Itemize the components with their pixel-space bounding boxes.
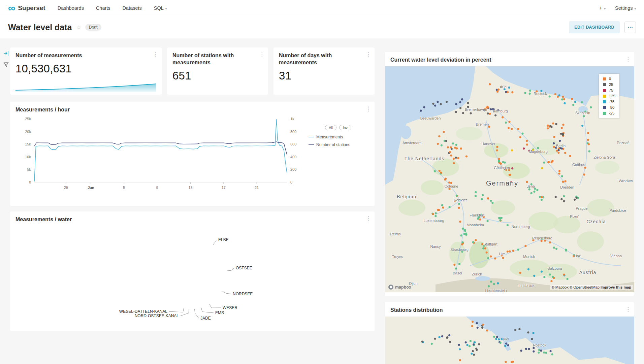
expand-filter-bar-icon[interactable]: [3, 51, 9, 58]
svg-text:0: 0: [290, 180, 292, 184]
legend-button-inv[interactable]: Inv: [339, 125, 351, 130]
svg-text:10k: 10k: [25, 155, 31, 159]
filter-rail: [2, 51, 10, 68]
legend-item[interactable]: Measurements: [309, 135, 368, 139]
favorite-star-icon[interactable]: ☆: [76, 24, 81, 31]
chart-menu-icon[interactable]: ⋮: [259, 51, 265, 58]
big-number-value: 651: [172, 69, 263, 82]
line-chart: 05k10k15k20k25k02004006008001k29Jun59131…: [15, 115, 309, 196]
svg-text:13: 13: [188, 186, 192, 190]
card-title: Number of stations with measurements: [172, 52, 252, 66]
svg-text:400: 400: [290, 155, 296, 159]
chart-title: Measurements / hour: [15, 106, 327, 113]
superset-infinity-icon: ∞: [8, 4, 15, 12]
panel-measurements-per-water: Measurements / water ⋮ ELBEOSTSEENORDSEE…: [10, 211, 375, 331]
chart-menu-icon[interactable]: ⋮: [365, 215, 371, 222]
plus-icon: +: [599, 5, 603, 11]
donut-chart[interactable]: ELBEOSTSEENORDSEEWESEREMSJADENORD-OSTSEE…: [15, 225, 369, 326]
svg-text:0: 0: [29, 180, 31, 184]
svg-text:20k: 20k: [25, 129, 31, 133]
svg-text:200: 200: [290, 167, 296, 171]
map-legend-item[interactable]: 25: [603, 82, 615, 87]
svg-text:15k: 15k: [25, 142, 31, 146]
map-legend-item[interactable]: -75: [603, 100, 615, 104]
panel-measurements-per-hour: Measurements / hour ⋮ 05k10k15k20k25k020…: [10, 102, 375, 206]
nav-links: Dashboards Charts Datasets SQL▾: [58, 5, 167, 11]
svg-text:WESER: WESER: [223, 305, 237, 310]
top-navbar: ∞ Superset Dashboards Charts Datasets SQ…: [0, 0, 644, 16]
map-legend-item[interactable]: -25: [603, 111, 615, 115]
svg-text:5: 5: [123, 186, 125, 190]
settings-label: Settings: [615, 5, 633, 11]
nav-datasets[interactable]: Datasets: [123, 5, 142, 11]
new-item-button[interactable]: +▾: [599, 5, 606, 11]
chart-menu-icon[interactable]: ⋮: [365, 105, 371, 112]
map-legend-item[interactable]: -50: [603, 105, 615, 109]
chart-menu-icon[interactable]: ⋮: [153, 51, 158, 58]
chart-menu-icon[interactable]: ⋮: [625, 306, 631, 313]
nav-dashboards[interactable]: Dashboards: [58, 5, 84, 11]
stations-map[interactable]: KielRostock: [385, 317, 634, 364]
svg-text:17: 17: [222, 186, 226, 190]
attribution-text: © Mapbox © OpenStreetMap: [552, 285, 600, 289]
svg-text:EMS: EMS: [215, 310, 224, 315]
chart-menu-icon[interactable]: ⋮: [365, 51, 371, 58]
nav-charts[interactable]: Charts: [96, 5, 110, 11]
brand-name: Superset: [18, 4, 45, 12]
status-badge: Draft: [85, 24, 101, 31]
card-title: Number of measurements: [15, 52, 139, 59]
filter-icon[interactable]: [4, 62, 9, 68]
map-legend: 02575125-75-50-25: [599, 74, 619, 118]
chart-title: Current water level deviation in percent: [390, 57, 600, 64]
svg-text:Jun: Jun: [88, 186, 94, 190]
svg-text:21: 21: [255, 186, 259, 190]
nav-right: +▾ Settings▾: [599, 5, 636, 11]
chart-menu-icon[interactable]: ⋮: [625, 56, 631, 63]
panel-stations-distribution: Stations distribution ⋮ KielRostock: [385, 302, 634, 364]
trendline-sparkline: [15, 82, 156, 92]
deviation-map[interactable]: KielRostockSzczecinBremerhavenHamburgLee…: [385, 66, 634, 292]
edit-dashboard-button[interactable]: EDIT DASHBOARD: [569, 21, 620, 33]
chevron-down-icon: ▾: [634, 7, 636, 10]
svg-text:9: 9: [156, 186, 158, 190]
header-actions: EDIT DASHBOARD ⋯: [569, 21, 636, 33]
chart-title: Stations distribution: [390, 307, 600, 314]
svg-text:25k: 25k: [25, 117, 31, 121]
legend-button-all[interactable]: All: [325, 125, 336, 130]
line-chart-legend: AllInvMeasurementsNumber of stations: [309, 115, 368, 196]
card-title: Number of days with measurements: [279, 52, 358, 66]
big-number-value: 31: [279, 69, 369, 82]
svg-text:5k: 5k: [27, 167, 31, 171]
big-number-value: 10,530,631: [15, 62, 156, 75]
settings-menu[interactable]: Settings▾: [615, 5, 636, 11]
big-number-cards: Number of measurements ⋮ 10,530,631 Numb…: [10, 47, 375, 95]
svg-text:NORDSEE: NORDSEE: [233, 292, 253, 296]
map-legend-item[interactable]: 75: [603, 88, 615, 92]
svg-text:OSTSEE: OSTSEE: [236, 266, 252, 270]
nav-sql[interactable]: SQL▾: [154, 5, 167, 11]
chevron-down-icon: ▾: [604, 7, 606, 10]
mapbox-logo[interactable]: mapbox: [388, 285, 411, 290]
dashboard-more-button[interactable]: ⋯: [624, 22, 636, 33]
chevron-down-icon: ▾: [165, 7, 167, 10]
svg-text:600: 600: [290, 142, 296, 146]
dashboard-body: Number of measurements ⋮ 10,530,631 Numb…: [0, 38, 644, 364]
svg-text:JADE: JADE: [200, 316, 211, 321]
card-number-of-measurements: Number of measurements ⋮ 10,530,631: [10, 47, 162, 95]
panel-water-level-deviation-map: Current water level deviation in percent…: [385, 52, 634, 296]
svg-text:NORD-OSTSEE-KANAL: NORD-OSTSEE-KANAL: [135, 313, 179, 318]
dashboard-header: Water level data ☆ Draft EDIT DASHBOARD …: [0, 16, 644, 38]
nav-sql-label: SQL: [154, 5, 164, 11]
svg-text:29: 29: [64, 186, 68, 190]
map-legend-item[interactable]: 125: [603, 94, 615, 98]
legend-item[interactable]: Number of stations: [309, 142, 368, 147]
card-stations-with-measurements: Number of stations with measurements ⋮ 6…: [167, 47, 268, 95]
mapbox-wordmark: mapbox: [395, 285, 411, 290]
improve-map-link[interactable]: Improve this map: [601, 285, 631, 289]
superset-logo[interactable]: ∞ Superset: [8, 4, 45, 12]
map-legend-item[interactable]: 0: [603, 77, 615, 81]
svg-text:800: 800: [290, 129, 296, 133]
map-attribution: © Mapbox © OpenStreetMap Improve this ma…: [550, 285, 633, 290]
svg-text:ELBE: ELBE: [218, 237, 229, 242]
chart-title: Measurements / water: [15, 216, 327, 223]
